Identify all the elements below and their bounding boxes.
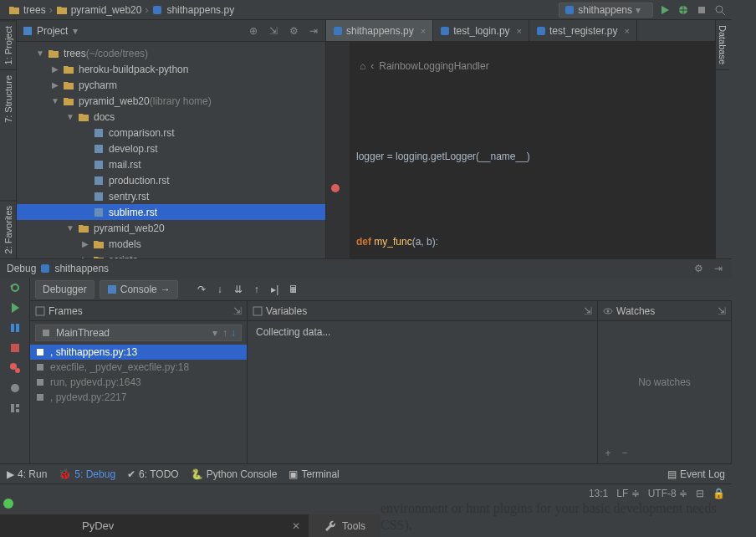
search-icon[interactable] <box>713 3 727 17</box>
thread-selector[interactable]: MainThread ▾ ↑ ↓ <box>35 325 242 341</box>
force-step-into-icon[interactable]: ⇊ <box>232 283 245 296</box>
tree-row[interactable]: mail.rst <box>17 156 325 172</box>
breadcrumb-item[interactable]: pyramid_web20 <box>53 4 146 16</box>
tree-row[interactable]: ▶scripts <box>17 252 325 258</box>
run-config-selector[interactable]: shithappens ▾ <box>559 3 653 18</box>
breadcrumb-root[interactable]: trees <box>5 4 49 16</box>
right-tool-strip: Database <box>715 20 732 258</box>
rerun-button[interactable] <box>8 281 22 294</box>
tree-row[interactable]: ▼pyramid_web20 <box>17 220 325 236</box>
code-line[interactable]: logger = logging.getLogger(__name__) <box>356 150 715 164</box>
frame-row[interactable]: , pydevd.py:2217 <box>30 390 247 405</box>
tools-link[interactable]: Tools <box>309 514 381 537</box>
restore-layout-icon[interactable]: ⇲ <box>584 305 592 317</box>
twisty-icon[interactable]: ▶ <box>79 239 92 248</box>
close-icon[interactable]: ✕ <box>292 520 309 532</box>
pause-button[interactable] <box>8 321 22 335</box>
mute-breakpoints-button[interactable] <box>8 381 22 395</box>
tree-row[interactable]: ▼pyramid_web20 (library home) <box>17 93 325 109</box>
database-tool-tab[interactable]: Database <box>716 20 729 70</box>
run-to-cursor-icon[interactable]: ▸| <box>268 283 282 296</box>
run-button[interactable] <box>658 3 672 17</box>
down-icon[interactable]: ↓ <box>231 327 236 339</box>
stop-button[interactable] <box>695 3 708 17</box>
status-bar: 13:1 LF ≑ UTF-8 ≑ ⊟ 🔒 <box>0 483 732 502</box>
event-log-tool-tab[interactable]: ▤Event Log <box>667 468 725 480</box>
scroll-from-source-icon[interactable]: ⊕ <box>247 24 260 38</box>
pydev-link[interactable]: PyDev <box>67 519 129 532</box>
editor-body[interactable]: ⌂‹RainbowLoggingHandler logger = logging… <box>326 42 715 258</box>
frame-row[interactable]: execfile, _pydev_execfile.py:18 <box>30 360 247 375</box>
frames-panel: Frames⇲ MainThread ▾ ↑ ↓ , shithappens.p… <box>30 301 248 463</box>
editor-tab[interactable]: test_login.py× <box>433 20 529 41</box>
step-over-icon[interactable]: ↷ <box>195 283 208 296</box>
project-selector[interactable]: Project <box>37 25 68 37</box>
frame-list[interactable]: , shithappens.py:13execfile, _pydev_exec… <box>30 345 247 405</box>
project-tree[interactable]: ▼trees (~/code/trees)▶heroku-buildpack-p… <box>17 42 325 258</box>
editor-gutter[interactable] <box>326 42 350 258</box>
structure-tool-tab[interactable]: 7: Structure <box>0 69 16 128</box>
twisty-icon[interactable]: ▶ <box>49 64 62 74</box>
terminal-tool-tab[interactable]: ▣Terminal <box>289 468 339 480</box>
run-tool-tab[interactable]: ▶4: Run <box>7 468 47 480</box>
debug-button[interactable] <box>677 3 690 17</box>
project-tool-tab[interactable]: 1: Project <box>0 20 16 69</box>
python-console-tool-tab[interactable]: 🐍Python Console <box>191 468 278 480</box>
tree-row[interactable]: ▶models <box>17 236 325 252</box>
insert-toggle[interactable]: ⊟ <box>696 488 704 499</box>
step-out-icon[interactable]: ↑ <box>250 283 263 296</box>
gear-icon[interactable]: ⚙ <box>287 24 300 38</box>
debugger-tab[interactable]: Debugger <box>35 280 94 299</box>
gear-icon[interactable]: ⚙ <box>692 262 705 275</box>
restore-layout-icon[interactable]: ⇲ <box>718 305 726 317</box>
hide-icon[interactable]: ⇥ <box>307 24 320 38</box>
left-tool-strip: 1: Project 7: Structure 2: Favorites <box>0 20 17 258</box>
twisty-icon[interactable]: ▼ <box>64 112 77 121</box>
evaluate-icon[interactable]: 🖩 <box>287 283 300 296</box>
close-icon[interactable]: × <box>421 26 426 36</box>
twisty-icon[interactable]: ▼ <box>64 223 77 233</box>
tree-row[interactable]: ▶heroku-buildpack-python <box>17 61 325 77</box>
tree-row[interactable]: comparison.rst <box>17 125 325 141</box>
add-watch-button[interactable]: ＋ <box>603 446 613 460</box>
editor-tab[interactable]: shithappens.py× <box>326 20 433 41</box>
tree-row[interactable]: production.rst <box>17 172 325 188</box>
tree-row[interactable]: sublime.rst <box>17 204 325 220</box>
remove-watch-button[interactable]: － <box>620 446 630 460</box>
layout-button[interactable] <box>8 401 22 415</box>
editor-breadcrumb[interactable]: RainbowLoggingHandler <box>379 59 488 74</box>
tree-row[interactable]: sentry.rst <box>17 188 325 204</box>
line-separator[interactable]: LF ≑ <box>616 488 639 499</box>
breadcrumb-file[interactable]: shithappens.py <box>148 4 238 16</box>
close-icon[interactable]: × <box>624 26 629 36</box>
step-into-icon[interactable]: ↓ <box>213 283 227 296</box>
frame-row[interactable]: run, pydevd.py:1643 <box>30 375 247 390</box>
view-breakpoints-button[interactable] <box>8 361 22 375</box>
breakpoint-icon[interactable] <box>331 184 340 192</box>
tree-row[interactable]: ▼docs <box>17 109 325 125</box>
debug-tool-tab[interactable]: 🐞5: Debug <box>59 468 115 480</box>
file-encoding[interactable]: UTF-8 ≑ <box>648 488 687 499</box>
twisty-icon[interactable]: ▼ <box>49 96 62 105</box>
tree-row[interactable]: ▶pycharm <box>17 77 325 93</box>
caret-position[interactable]: 13:1 <box>589 488 608 499</box>
tree-row[interactable]: ▼trees (~/code/trees) <box>17 45 325 61</box>
lock-icon[interactable]: 🔒 <box>713 488 725 499</box>
console-tab[interactable]: Console → <box>100 280 178 299</box>
favorites-tool-tab[interactable]: 2: Favorites <box>0 200 16 258</box>
editor-tab[interactable]: test_register.py× <box>529 20 637 41</box>
code-line[interactable]: def my_func(a, b): <box>356 235 715 249</box>
hide-icon[interactable]: ⇥ <box>712 262 725 275</box>
twisty-icon[interactable]: ▼ <box>33 49 47 58</box>
tree-row[interactable]: develop.rst <box>17 141 325 156</box>
stop-button[interactable] <box>8 341 22 355</box>
twisty-icon[interactable]: ▶ <box>49 80 62 90</box>
resume-button[interactable] <box>8 301 22 315</box>
close-icon[interactable]: × <box>517 26 522 36</box>
restore-layout-icon[interactable]: ⇲ <box>233 305 242 317</box>
todo-tool-tab[interactable]: ✔6: TODO <box>127 468 179 480</box>
up-icon[interactable]: ↑ <box>222 327 227 339</box>
frame-row[interactable]: , shithappens.py:13 <box>30 345 247 360</box>
file-icon <box>92 126 105 140</box>
collapse-all-icon[interactable]: ⇲ <box>267 24 280 38</box>
